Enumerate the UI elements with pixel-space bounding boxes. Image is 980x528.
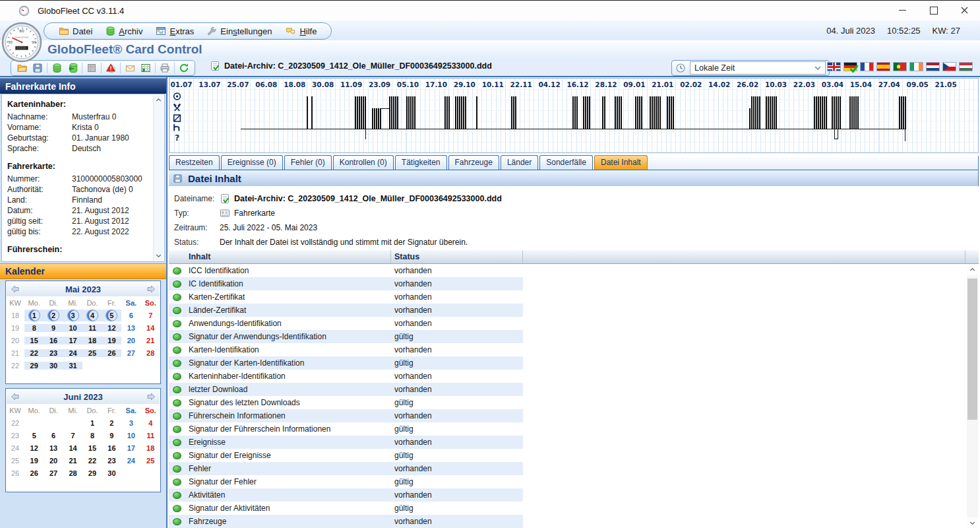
scroll-down-button[interactable] <box>967 517 978 528</box>
calendar-day[interactable]: 22 <box>82 457 102 465</box>
tab-kontrollen-0[interactable]: Kontrollen (0) <box>333 155 394 170</box>
calendar-day[interactable]: 12 <box>24 444 44 452</box>
close-button[interactable] <box>949 1 980 20</box>
calendar-day[interactable]: 26 <box>24 469 44 477</box>
calendar-day[interactable]: 18 <box>141 444 160 452</box>
calendar-day[interactable]: 21 <box>63 457 82 465</box>
calendar-day[interactable]: 17 <box>63 337 82 345</box>
flag-united-kingdom-icon[interactable] <box>827 62 841 71</box>
save-button[interactable] <box>30 61 46 75</box>
calendar-day[interactable]: 4 <box>141 419 160 427</box>
calendar-day[interactable]: 15 <box>24 337 44 345</box>
mail-button[interactable] <box>122 61 138 75</box>
database-button[interactable] <box>49 61 65 75</box>
calendar-day[interactable]: 9 <box>44 324 63 332</box>
menu-item-datei[interactable]: Datei <box>52 24 99 38</box>
scroll-down-button[interactable] <box>154 251 164 261</box>
calendar-day[interactable]: 23 <box>44 349 63 357</box>
flag-ireland-icon[interactable] <box>909 62 923 71</box>
calendar-day[interactable]: 29 <box>82 469 102 477</box>
calendar-day[interactable]: 27 <box>44 469 63 477</box>
calendar-day[interactable]: 7 <box>141 312 160 319</box>
calendar-day[interactable]: 28 <box>141 349 160 357</box>
calendar-day[interactable]: 18 <box>82 337 102 345</box>
print-button[interactable] <box>157 61 173 75</box>
calendar-day[interactable]: 20 <box>121 337 140 345</box>
flag-netherlands-icon[interactable] <box>926 62 940 71</box>
scroll-up-button[interactable] <box>154 95 164 105</box>
tab-sonderfälle[interactable]: Sonderfälle <box>539 155 593 170</box>
calendar-day[interactable]: 3 <box>121 419 140 427</box>
calendar-day[interactable]: 4 <box>82 310 102 321</box>
calendar-prev-button[interactable] <box>11 285 20 293</box>
calendar-day[interactable]: 29 <box>24 362 44 370</box>
scroll-up-button[interactable] <box>967 264 978 275</box>
calendar-day[interactable]: 31 <box>63 362 82 370</box>
calendar-day[interactable]: 2 <box>44 310 63 321</box>
calendar-day[interactable]: 13 <box>121 324 140 332</box>
calendar-day[interactable]: 28 <box>63 469 82 477</box>
timezone-select[interactable]: Lokale Zeit <box>690 61 826 75</box>
calendar-day[interactable]: 21 <box>141 337 160 345</box>
database-import-button[interactable] <box>65 61 80 75</box>
flag-germany-icon[interactable] <box>843 62 857 71</box>
calendar-day[interactable]: 13 <box>44 444 63 452</box>
calendar-day[interactable]: 5 <box>24 432 44 440</box>
calendar-prev-button[interactable] <box>11 393 20 401</box>
calendar-day[interactable]: 6 <box>121 312 140 319</box>
maximize-button[interactable] <box>918 1 949 20</box>
calendar-day[interactable]: 20 <box>44 457 63 465</box>
calendar-day[interactable]: 16 <box>44 337 63 345</box>
calendar-day[interactable]: 6 <box>44 432 63 440</box>
menu-item-archiv[interactable]: Archiv <box>99 24 149 38</box>
card-info-scrollbar[interactable] <box>153 95 164 261</box>
calendar-day[interactable]: 11 <box>82 324 102 332</box>
tab-ereignisse-0[interactable]: Ereignisse (0) <box>221 155 283 170</box>
tab-tätigkeiten[interactable]: Tätigkeiten <box>395 155 447 170</box>
calendar-day[interactable]: 5 <box>102 310 121 321</box>
calendar-day[interactable]: 14 <box>63 444 82 452</box>
calendar-day[interactable]: 3 <box>63 310 82 321</box>
scrollbar-thumb[interactable] <box>967 279 977 420</box>
calendar-day[interactable]: 24 <box>63 349 82 357</box>
flag-czech-republic-icon[interactable] <box>942 62 956 71</box>
menu-item-extras[interactable]: Extras <box>149 24 200 38</box>
calendar-day[interactable]: 10 <box>63 324 82 332</box>
box-disabled-button[interactable] <box>84 61 100 75</box>
alert-button[interactable] <box>103 61 119 75</box>
flag-france-icon[interactable] <box>860 62 874 71</box>
tab-datei-inhalt[interactable]: Datei Inhalt <box>594 155 648 170</box>
calendar-day[interactable]: 24 <box>121 457 140 465</box>
flag-portugal-icon[interactable] <box>893 62 907 71</box>
tab-fahrzeuge[interactable]: Fahrzeuge <box>448 155 499 170</box>
refresh-button[interactable] <box>176 61 192 75</box>
flag-hungary-icon[interactable] <box>959 62 973 71</box>
calendar-day[interactable]: 11 <box>141 432 160 440</box>
calendar-day[interactable]: 22 <box>24 349 44 357</box>
calendar-day[interactable]: 25 <box>141 457 160 465</box>
tab-fehler-0[interactable]: Fehler (0) <box>284 155 332 170</box>
calendar-day[interactable]: 19 <box>102 337 121 345</box>
calendar-day[interactable]: 1 <box>24 310 44 321</box>
calendar-day[interactable]: 17 <box>121 444 140 452</box>
calendar-day[interactable]: 16 <box>102 444 121 452</box>
table-scrollbar[interactable] <box>967 264 978 528</box>
flag-spain-icon[interactable] <box>876 62 890 71</box>
calendar-day[interactable]: 19 <box>24 457 44 465</box>
calendar-day[interactable]: 30 <box>44 362 63 370</box>
calendar-day[interactable]: 2 <box>102 419 121 427</box>
minimize-button[interactable] <box>887 1 918 20</box>
calendar-day[interactable]: 23 <box>102 457 121 465</box>
calendar-day[interactable]: 7 <box>63 432 82 440</box>
calendar-day[interactable]: 30 <box>102 469 121 477</box>
calendar-day[interactable]: 12 <box>102 324 121 332</box>
calendar-day[interactable]: 26 <box>102 349 121 357</box>
menu-item-einstellungen[interactable]: Einstellungen <box>200 24 278 38</box>
calendar-day[interactable]: 8 <box>24 324 44 332</box>
calendar-day[interactable]: 1 <box>82 419 102 427</box>
excel-button[interactable] <box>138 61 154 75</box>
calendar-day[interactable]: 9 <box>102 432 121 440</box>
calendar-day[interactable]: 15 <box>82 444 102 452</box>
calendar-day[interactable]: 8 <box>82 432 102 440</box>
calendar-day[interactable]: 14 <box>141 324 160 332</box>
